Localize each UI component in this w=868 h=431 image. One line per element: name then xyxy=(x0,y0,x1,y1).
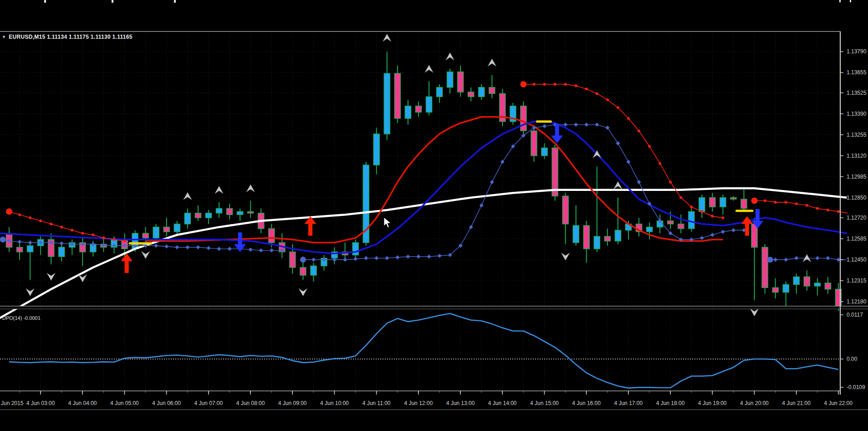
price-axis-label: 1.13255 xyxy=(847,132,867,138)
time-axis-label: 4 Jun 03:00 xyxy=(26,400,55,406)
candle xyxy=(510,103,516,125)
time-axis-label: 4 Jun 16:00 xyxy=(572,400,601,406)
price-axis-label: 1.12985 xyxy=(847,174,867,180)
candle xyxy=(552,145,558,201)
price-axis-label: 1.12850 xyxy=(847,195,867,201)
price-chart-svg[interactable]: 1.137901.136551.135251.133901.132551.131… xyxy=(0,0,868,431)
price-axis-label: 1.13655 xyxy=(847,69,867,76)
price-axis-label: 1.13390 xyxy=(847,111,867,117)
time-axis-label: 4 Jun 13:00 xyxy=(446,400,475,406)
symbol-info-text: EURUSD,M15 1.11134 1.11175 1.11130 1.111… xyxy=(9,34,133,40)
price-axis-label: 1.12720 xyxy=(847,215,867,221)
sar-start-dot xyxy=(6,208,12,215)
price-axis-label: 1.13790 xyxy=(847,48,867,55)
symbol-header: ▼ EURUSD,M15 1.11134 1.11175 1.11130 1.1… xyxy=(2,34,133,40)
price-axis-label: 1.13120 xyxy=(847,153,867,159)
candle xyxy=(689,209,694,232)
chart-background xyxy=(0,0,868,431)
time-axis-label: 4 Jun 11:00 xyxy=(363,400,391,406)
candle xyxy=(500,89,505,126)
price-axis-label: 1.12585 xyxy=(847,236,867,242)
time-axis-label: 4 Jun 10:00 xyxy=(320,400,349,406)
candle xyxy=(521,101,526,135)
dpo-axis-label: -0.0109 xyxy=(847,384,865,390)
trail-start-dot xyxy=(300,257,306,263)
time-axis-label: 4 Jun 21:00 xyxy=(782,400,811,406)
time-axis-label: 4 Jun 20:00 xyxy=(740,400,769,406)
time-axis-label: 4 Jun 07:00 xyxy=(194,400,223,406)
trail-start-dot xyxy=(0,236,6,242)
price-axis-label: 1.12315 xyxy=(847,277,867,284)
time-axis-label: 4 Jun 14:00 xyxy=(488,400,517,406)
trail-start-dot xyxy=(767,257,773,263)
trading-terminal: 1.137901.136551.135251.133901.132551.131… xyxy=(0,0,868,431)
dpo-axis-label: 0.0117 xyxy=(847,312,863,318)
time-axis-label: 4 Jun 06:00 xyxy=(152,400,181,406)
time-axis-label: 4 Jun 18:00 xyxy=(656,400,685,406)
price-axis-label: 1.13525 xyxy=(847,90,867,96)
price-axis-label: 1.12450 xyxy=(847,257,867,263)
time-axis-label: 4 Jun 09:00 xyxy=(278,400,307,406)
candle xyxy=(762,244,768,294)
time-axis-label: 4 Jun 19:00 xyxy=(698,400,727,406)
sar-start-dot xyxy=(520,81,526,87)
time-axis-label: 4 Jun 04:00 xyxy=(68,400,97,406)
time-axis-date-label: 4 Jun 2015 xyxy=(0,400,24,406)
time-axis-label: 4 Jun 08:00 xyxy=(236,400,265,406)
time-axis-label: 4 Jun 12:00 xyxy=(404,400,433,406)
price-axis-label: 1.12180 xyxy=(847,298,867,305)
time-axis-label: 4 Jun 15:00 xyxy=(530,400,559,406)
symbol-dropdown-icon[interactable]: ▼ xyxy=(2,35,6,39)
candle xyxy=(352,240,358,258)
time-axis-label: 4 Jun 22:00 xyxy=(824,400,853,406)
time-axis-label: 4 Jun 05:00 xyxy=(110,400,139,406)
indicator-label: DPO(14) -0.0001 xyxy=(2,315,41,321)
chart-canvas[interactable]: 1.137901.136551.135251.133901.132551.131… xyxy=(0,0,868,431)
sar-start-dot xyxy=(751,198,758,204)
time-axis-label: 4 Jun 17:00 xyxy=(614,400,643,406)
candle xyxy=(394,66,400,123)
dpo-axis-label: 0.00 xyxy=(847,356,858,362)
candle xyxy=(363,162,369,246)
